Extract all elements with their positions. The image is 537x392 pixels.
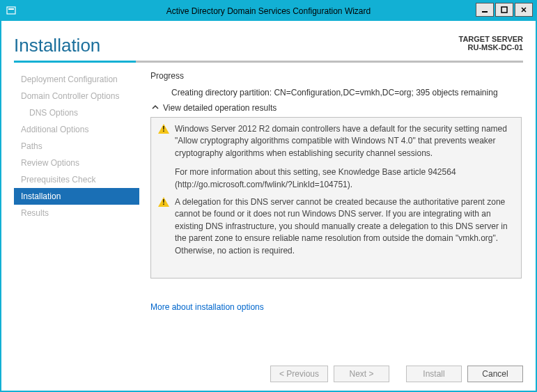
collapse-results[interactable]: View detailed operation results	[150, 103, 522, 113]
content-area: Progress Creating directory partition: C…	[139, 71, 523, 359]
page-title: Installation	[14, 35, 100, 56]
warning-row: ! A delegation for this DNS server canno…	[158, 196, 514, 257]
svg-rect-2	[482, 11, 488, 13]
nav-deployment-configuration[interactable]: Deployment Configuration	[14, 71, 139, 88]
progress-status: Creating directory partition: CN=Configu…	[171, 88, 522, 97]
collapse-results-label: View detailed operation results	[163, 103, 277, 113]
window-buttons	[474, 3, 533, 17]
titlebar: Active Directory Domain Services Configu…	[1, 1, 536, 21]
nav-installation[interactable]: Installation	[14, 188, 139, 205]
results-box: ! Windows Server 2012 R2 domain controll…	[150, 117, 522, 279]
svg-rect-0	[7, 7, 15, 14]
nav-dns-options[interactable]: DNS Options	[14, 104, 139, 121]
window-title: Active Directory Domain Services Configu…	[1, 6, 536, 16]
minimize-button[interactable]	[476, 3, 494, 17]
header-separator	[14, 61, 523, 63]
wizard-window: Active Directory Domain Services Configu…	[0, 0, 537, 392]
target-server-block: TARGET SERVER RU-MSK-DC-01	[459, 35, 524, 52]
nav-results[interactable]: Results	[14, 205, 139, 221]
wizard-nav: Deployment Configuration Domain Controll…	[14, 71, 139, 359]
main-area: Deployment Configuration Domain Controll…	[14, 71, 523, 359]
close-button[interactable]	[515, 3, 533, 17]
wizard-client: Installation TARGET SERVER RU-MSK-DC-01 …	[1, 21, 536, 391]
target-server-value: RU-MSK-DC-01	[459, 43, 524, 52]
previous-button[interactable]: < Previous	[270, 366, 328, 382]
warning-icon: !	[158, 196, 171, 209]
warning-text: Windows Server 2012 R2 domain controller…	[175, 123, 514, 159]
cancel-button[interactable]: Cancel	[467, 366, 523, 382]
warning-message: A delegation for this DNS server cannot …	[175, 196, 514, 257]
nav-paths[interactable]: Paths	[14, 138, 139, 155]
install-button[interactable]: Install	[406, 366, 462, 382]
svg-rect-3	[501, 7, 507, 13]
nav-additional-options[interactable]: Additional Options	[14, 121, 139, 138]
app-icon	[6, 6, 17, 17]
chevron-up-icon	[150, 104, 160, 112]
svg-rect-1	[8, 8, 14, 10]
next-button[interactable]: Next >	[334, 366, 389, 382]
wizard-footer: < Previous Next > Install Cancel	[14, 359, 523, 382]
warning-text: For more information about this setting,…	[175, 166, 514, 191]
more-about-link[interactable]: More about installation options	[150, 302, 522, 312]
progress-label: Progress	[150, 71, 522, 81]
nav-prerequisites-check[interactable]: Prerequisites Check	[14, 171, 139, 188]
target-server-label: TARGET SERVER	[459, 35, 524, 43]
maximize-button[interactable]	[495, 3, 513, 17]
nav-review-options[interactable]: Review Options	[14, 155, 139, 171]
warning-icon: !	[158, 123, 171, 136]
header-row: Installation TARGET SERVER RU-MSK-DC-01	[14, 35, 523, 56]
warning-row: ! Windows Server 2012 R2 domain controll…	[158, 123, 514, 191]
warning-message: Windows Server 2012 R2 domain controller…	[175, 123, 514, 191]
nav-domain-controller-options[interactable]: Domain Controller Options	[14, 88, 139, 104]
warning-text: A delegation for this DNS server cannot …	[175, 196, 514, 257]
